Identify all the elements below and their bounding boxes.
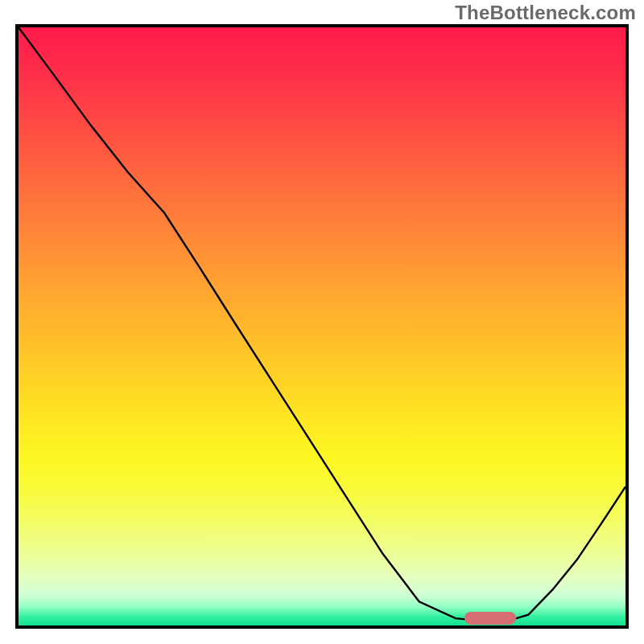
plot-inner: [19, 27, 625, 625]
plot-area: [15, 24, 629, 629]
bottleneck-curve: [19, 27, 625, 625]
optimal-range-marker: [464, 612, 516, 625]
chart-frame: TheBottleneck.com: [0, 0, 644, 644]
watermark-text: TheBottleneck.com: [455, 2, 636, 24]
